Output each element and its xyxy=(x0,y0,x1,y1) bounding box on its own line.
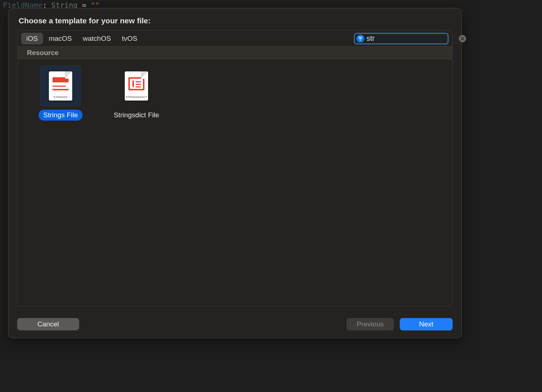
template-label: Stringsdict File xyxy=(109,110,164,121)
section-header-resource: Resource xyxy=(18,46,452,59)
tab-ios[interactable]: iOS xyxy=(21,33,43,44)
platform-tabbar: iOS macOS watchOS tvOS xyxy=(17,30,453,46)
template-catalog: Resource STRINGS Strings File STRINGSDIC… xyxy=(17,46,453,306)
template-stringsdict-file[interactable]: STRINGSDICT Stringsdict File xyxy=(104,66,169,121)
file-icon: STRINGSDICT xyxy=(125,71,148,101)
filter-icon xyxy=(356,35,364,43)
template-row: STRINGS Strings File STRINGSDICT Strings… xyxy=(18,59,452,127)
template-strings-file[interactable]: STRINGS Strings File xyxy=(28,66,93,121)
filter-field[interactable] xyxy=(354,33,449,44)
button-row: Cancel Previous Next xyxy=(17,306,453,330)
clear-filter-icon[interactable] xyxy=(459,35,466,42)
cancel-button[interactable]: Cancel xyxy=(17,318,79,330)
new-file-template-sheet: Choose a template for your new file: iOS… xyxy=(8,8,462,338)
file-icon: STRINGS xyxy=(49,71,72,101)
svg-rect-0 xyxy=(358,37,363,38)
svg-rect-2 xyxy=(360,40,361,40)
sheet-title: Choose a template for your new file: xyxy=(17,15,453,30)
tab-watchos[interactable]: watchOS xyxy=(78,33,116,44)
svg-rect-1 xyxy=(359,38,362,39)
tab-tvos[interactable]: tvOS xyxy=(117,33,142,44)
template-label: Strings File xyxy=(39,110,82,121)
tab-macos[interactable]: macOS xyxy=(44,33,77,44)
previous-button[interactable]: Previous xyxy=(347,318,394,330)
filter-input[interactable] xyxy=(367,34,459,43)
next-button[interactable]: Next xyxy=(400,318,453,330)
